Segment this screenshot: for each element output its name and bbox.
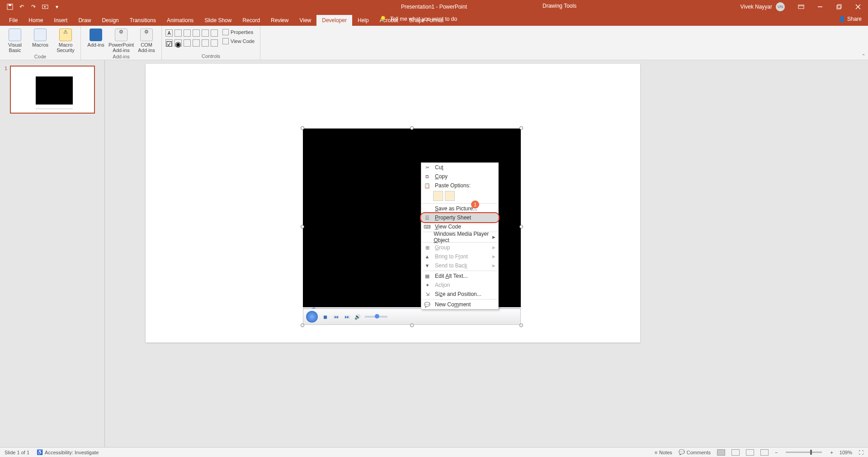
alt-text-icon: ▦ <box>423 272 431 280</box>
handle-bm[interactable] <box>410 324 414 327</box>
tab-record[interactable]: Record <box>237 15 265 26</box>
handle-tl[interactable] <box>301 126 304 130</box>
ctx-copy[interactable]: ⧉Copy <box>421 172 498 181</box>
share-button[interactable]: 👤 Share <box>839 16 862 22</box>
tab-help[interactable]: Help <box>352 15 374 26</box>
ppt-addins-button[interactable]: ⚙PowerPoint Add-ins <box>110 28 132 53</box>
redo-icon[interactable]: ↷ <box>30 3 37 10</box>
fit-to-window-icon[interactable]: ⛶ <box>859 450 863 455</box>
play-button[interactable] <box>306 311 318 323</box>
addins-label: Add-ins <box>87 42 104 48</box>
control-spinbutton-icon[interactable] <box>184 29 191 37</box>
com-addins-button[interactable]: ⚙COM Add-ins <box>135 28 158 53</box>
macros-button[interactable]: Macros <box>29 28 52 48</box>
control-listbox-icon[interactable] <box>193 39 200 47</box>
stop-icon[interactable]: ◼ <box>321 313 329 320</box>
annotation-badge: 1 <box>471 200 479 209</box>
view-code-icon <box>222 38 229 44</box>
zoom-level[interactable]: 109% <box>840 450 852 455</box>
handle-tr[interactable] <box>519 126 523 130</box>
ctx-cut[interactable]: ✂Cut <box>421 163 498 172</box>
restore-icon[interactable] <box>833 3 845 11</box>
handle-bl[interactable] <box>301 324 304 327</box>
tab-insert[interactable]: Insert <box>48 15 73 26</box>
svg-rect-6 <box>837 5 840 9</box>
tab-home[interactable]: Home <box>23 15 48 26</box>
tab-design[interactable]: Design <box>96 15 124 26</box>
slide-sorter-icon[interactable] <box>731 449 740 456</box>
group-icon: ⊞ <box>423 244 431 251</box>
control-combobox-icon[interactable] <box>184 39 191 47</box>
control-textbox-icon[interactable] <box>175 29 182 37</box>
handle-ml[interactable] <box>301 225 304 228</box>
tell-me[interactable]: 💡 Tell me what you want to do <box>380 16 457 22</box>
control-scrollbar-icon[interactable] <box>211 29 218 37</box>
control-image-icon[interactable] <box>202 29 209 37</box>
slide-indicator[interactable]: Slide 1 of 1 <box>5 450 29 455</box>
start-from-beginning-icon[interactable] <box>42 3 49 10</box>
tab-animations[interactable]: Animations <box>161 15 199 26</box>
ctx-size-position[interactable]: ⇲Size and Position... <box>421 290 498 299</box>
view-code-button[interactable]: View Code <box>221 38 256 45</box>
prev-icon[interactable]: ⏮ <box>332 313 340 320</box>
zoom-out-button[interactable]: − <box>775 450 778 455</box>
tab-review[interactable]: Review <box>265 15 294 26</box>
reading-view-icon[interactable] <box>746 449 754 456</box>
ctx-save-as-picture[interactable]: Save as Picture... <box>421 204 498 213</box>
addins-button[interactable]: Add-ins <box>85 28 107 48</box>
slide-edit-area[interactable]: ◼ ⏮ ⏭ 🔊 ✂Cut ⧉Copy 📋Paste Options: <box>105 60 868 447</box>
tab-transitions[interactable]: Transitions <box>124 15 161 26</box>
volume-slider[interactable] <box>365 316 387 318</box>
handle-tm[interactable] <box>410 126 414 130</box>
tab-slideshow[interactable]: Slide Show <box>199 15 237 26</box>
contextual-tool-title: Drawing Tools <box>542 0 576 9</box>
handle-mr[interactable] <box>519 225 523 228</box>
control-option-icon[interactable]: ◉ <box>175 39 182 47</box>
ctx-new-comment[interactable]: 💬New Comment <box>421 300 498 309</box>
tab-developer[interactable]: Developer <box>316 15 352 26</box>
accessibility-status[interactable]: ♿ Accessibility: Investigate <box>37 449 99 455</box>
zoom-slider[interactable] <box>786 452 822 453</box>
user-area[interactable]: Vivek Nayyar VN <box>741 2 785 11</box>
macro-security-button[interactable]: ⚠Macro Security <box>54 28 77 53</box>
properties-button[interactable]: Properties <box>221 29 256 36</box>
thumbnail-pane[interactable]: 1 <box>0 60 105 447</box>
tab-view[interactable]: View <box>294 15 316 26</box>
control-toggle-icon[interactable] <box>202 39 209 47</box>
ctx-property-sheet[interactable]: ☰Property Sheet <box>421 213 498 222</box>
qat-customize-icon[interactable]: ▾ <box>53 3 61 10</box>
paste-keep-formatting-icon[interactable] <box>433 191 443 201</box>
ribbon-display-icon[interactable] <box>795 3 807 11</box>
control-checkbox-icon[interactable]: ☑ <box>165 39 173 47</box>
visual-basic-button[interactable]: Visual Basic <box>4 28 26 53</box>
tab-draw[interactable]: Draw <box>73 15 96 26</box>
thumbnail[interactable] <box>10 66 95 114</box>
zoom-in-button[interactable]: + <box>830 450 833 455</box>
slide-thumbnail-1[interactable]: 1 <box>5 66 100 114</box>
close-icon[interactable] <box>852 3 864 11</box>
collapse-ribbon-icon[interactable]: ⌃ <box>862 53 865 58</box>
comments-button[interactable]: 💬Comments <box>679 449 711 455</box>
tell-me-text: Tell me what you want to do <box>390 16 457 22</box>
mute-icon[interactable]: 🔊 <box>354 313 361 320</box>
save-icon[interactable] <box>6 3 14 10</box>
paste-picture-icon[interactable] <box>445 191 455 201</box>
control-label-icon[interactable]: A <box>165 29 173 37</box>
minimize-icon[interactable] <box>814 3 826 11</box>
control-more-icon[interactable] <box>211 39 218 47</box>
control-commandbutton-icon[interactable] <box>193 29 200 37</box>
next-icon[interactable]: ⏭ <box>343 313 350 320</box>
group-controls: A ☑ ◉ Properties View Co <box>162 26 260 60</box>
chevron-right-icon: ▶ <box>492 235 495 239</box>
ctx-edit-alt-text[interactable]: ▦Edit Alt Text... <box>421 271 498 281</box>
undo-icon[interactable]: ↶ <box>18 3 25 10</box>
ctx-wmp-object[interactable]: Windows Media Player Object▶ <box>421 233 498 242</box>
normal-view-icon[interactable] <box>717 449 725 456</box>
macros-label: Macros <box>32 42 48 48</box>
ctx-view-code[interactable]: ⌨View Code <box>421 222 498 231</box>
slideshow-view-icon[interactable] <box>760 449 769 456</box>
notes-button[interactable]: ≡Notes <box>655 450 672 455</box>
handle-br[interactable] <box>519 324 523 327</box>
share-label: Share <box>847 16 862 22</box>
tab-file[interactable]: File <box>4 15 23 26</box>
